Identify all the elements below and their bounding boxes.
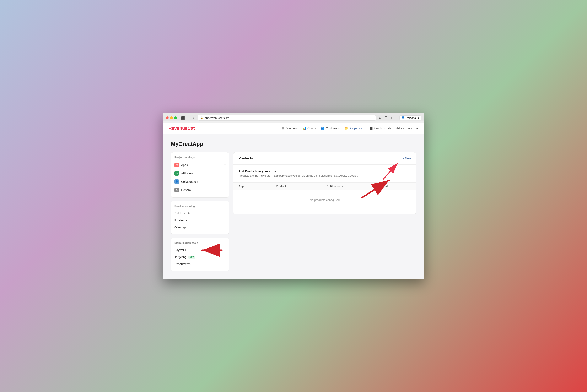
overview-icon: ▦: [282, 127, 284, 130]
logo[interactable]: RevenueCat: [169, 126, 195, 131]
minimize-button[interactable]: [170, 116, 173, 119]
sidebar-item-targeting[interactable]: Targeting NEW: [171, 254, 229, 260]
add-products-section: Add Products to your apps Products are t…: [233, 165, 416, 182]
col-app: App: [238, 184, 276, 188]
profile-badge[interactable]: 👤 Personal ▾: [399, 116, 421, 120]
nav-item-projects[interactable]: 📁 Projects ▾: [345, 126, 363, 131]
add-products-desc: Products are the individual in-app purch…: [238, 174, 411, 177]
top-nav: RevenueCat ▦ Overview 📊 Charts 👥 Custome…: [163, 123, 424, 134]
back-button[interactable]: ‹: [189, 116, 191, 120]
apps-label: Apps: [181, 164, 188, 167]
table-header: App Product Entitlements Created: [233, 182, 416, 190]
sandbox-label: Sandbox data: [373, 127, 391, 130]
app-content: RevenueCat ▦ Overview 📊 Charts 👥 Custome…: [163, 123, 424, 280]
collaborators-icon: 👤: [175, 180, 179, 184]
api-keys-icon: ⚙: [175, 171, 179, 176]
page-layout: Project settings ⊞ Apps ▾ ⚙ API Keys 👤: [171, 152, 416, 271]
col-product: Product: [276, 184, 327, 188]
profile-chevron-icon: ▾: [418, 116, 419, 120]
profile-label: Personal: [406, 116, 416, 120]
nav-right: ⬛ Sandbox data Help ▾ Account: [369, 127, 418, 130]
sidebar-section-title-monetization: Monetization tools: [171, 241, 229, 246]
address-bar[interactable]: 🔒 app.revenuecat.com: [198, 115, 376, 121]
sidebar-item-entitlements[interactable]: Entitlements: [171, 210, 229, 217]
sandbox-data-item[interactable]: ⬛ Sandbox data: [369, 127, 391, 130]
maximize-button[interactable]: [174, 116, 177, 119]
sidebar-section-project-settings: Project settings ⊞ Apps ▾ ⚙ API Keys 👤: [171, 152, 229, 198]
lock-icon: 🔒: [200, 116, 203, 119]
targeting-new-badge: NEW: [188, 256, 195, 259]
table-empty-state: No products configured: [233, 190, 416, 210]
new-button[interactable]: + New: [403, 157, 411, 160]
page-title: MyGreatApp: [171, 141, 416, 147]
help-item[interactable]: Help ▾: [396, 127, 404, 130]
sidebar-section-product-catalog: Product catalog Entitlements Products Of…: [171, 201, 229, 234]
browser-chrome: ⬛ ‹ › 🔒 app.revenuecat.com ↻ 🛡 ⬆ + 👤 Per…: [163, 112, 424, 121]
paywalls-label: Paywalls: [175, 248, 186, 252]
api-keys-label: API Keys: [181, 172, 193, 175]
customers-icon: 👥: [321, 127, 324, 130]
col-created: Created: [378, 184, 411, 188]
nav-items: ▦ Overview 📊 Charts 👥 Customers 📁 Projec…: [282, 126, 363, 131]
panel-title: Products ℹ: [238, 156, 256, 160]
nav-label-projects: Projects: [350, 127, 360, 130]
sidebar-item-offerings[interactable]: Offerings: [171, 224, 229, 231]
sandbox-icon: ⬛: [369, 127, 373, 130]
nav-arrows: ‹ ›: [189, 116, 195, 120]
products-label: Products: [175, 219, 187, 222]
page-body: MyGreatApp Project settings ⊞ Apps ▾ ⚙: [163, 134, 424, 280]
projects-chevron-icon: ▾: [361, 127, 363, 130]
nav-item-charts[interactable]: 📊 Charts: [303, 126, 316, 131]
share-button[interactable]: ⬆: [390, 116, 392, 120]
help-label: Help: [396, 127, 402, 130]
main-panel: Products ℹ + New Add Products to your ap…: [233, 152, 416, 214]
account-label: Account: [408, 127, 418, 130]
nav-label-overview: Overview: [286, 127, 298, 130]
reload-button[interactable]: ↻: [379, 116, 381, 120]
shield-icon[interactable]: 🛡: [384, 116, 387, 120]
col-entitlements: Entitlements: [327, 184, 378, 188]
forward-button[interactable]: ›: [192, 116, 195, 120]
sidebar-item-collaborators[interactable]: 👤 Collaborators: [171, 178, 229, 186]
panel-header: Products ℹ + New: [233, 152, 416, 165]
apps-chevron-icon: ▾: [224, 164, 226, 166]
nav-label-charts: Charts: [307, 127, 316, 130]
sidebar-item-general[interactable]: ⚙ General: [171, 186, 229, 194]
browser-window: ⬛ ‹ › 🔒 app.revenuecat.com ↻ 🛡 ⬆ + 👤 Per…: [163, 112, 424, 280]
new-tab-button[interactable]: +: [395, 116, 397, 120]
panel-title-text: Products: [238, 156, 253, 160]
general-icon: ⚙: [175, 188, 179, 192]
sidebar-section-monetization: Monetization tools Paywalls Targeting NE…: [171, 238, 229, 271]
sidebar-section-title-project-settings: Project settings: [171, 156, 229, 161]
sidebar: Project settings ⊞ Apps ▾ ⚙ API Keys 👤: [171, 152, 229, 271]
entitlements-label: Entitlements: [175, 212, 191, 215]
offerings-label: Offerings: [175, 226, 186, 229]
info-icon[interactable]: ℹ: [254, 157, 256, 160]
nav-label-customers: Customers: [326, 127, 340, 130]
projects-icon: 📁: [345, 127, 348, 130]
experiments-label: Experiments: [175, 262, 191, 266]
sidebar-item-experiments[interactable]: Experiments: [171, 260, 229, 268]
browser-actions: ↻ 🛡 ⬆ +: [379, 116, 397, 120]
traffic-lights: [166, 116, 177, 119]
account-item[interactable]: Account: [408, 127, 418, 130]
url-text: app.revenuecat.com: [205, 116, 229, 120]
logo-text: Revenue: [169, 126, 188, 131]
apps-icon: ⊞: [175, 163, 179, 167]
profile-icon: 👤: [401, 116, 405, 120]
help-chevron-icon: ▾: [402, 127, 404, 130]
sidebar-section-title-product-catalog: Product catalog: [171, 204, 229, 210]
products-table: App Product Entitlements Created No prod…: [233, 182, 416, 210]
nav-item-customers[interactable]: 👥 Customers: [321, 126, 340, 131]
sidebar-item-api-keys[interactable]: ⚙ API Keys: [171, 169, 229, 178]
close-button[interactable]: [166, 116, 169, 119]
sidebar-item-products[interactable]: Products: [171, 217, 229, 224]
targeting-label: Targeting: [175, 256, 187, 259]
sidebar-item-paywalls[interactable]: Paywalls: [171, 246, 229, 254]
nav-item-overview[interactable]: ▦ Overview: [282, 126, 298, 131]
general-label: General: [181, 188, 192, 192]
sidebar-toggle-icon[interactable]: ⬛: [180, 116, 186, 120]
charts-icon: 📊: [303, 127, 306, 130]
sidebar-item-apps[interactable]: ⊞ Apps ▾: [171, 161, 229, 169]
add-products-title: Add Products to your apps: [238, 170, 411, 173]
